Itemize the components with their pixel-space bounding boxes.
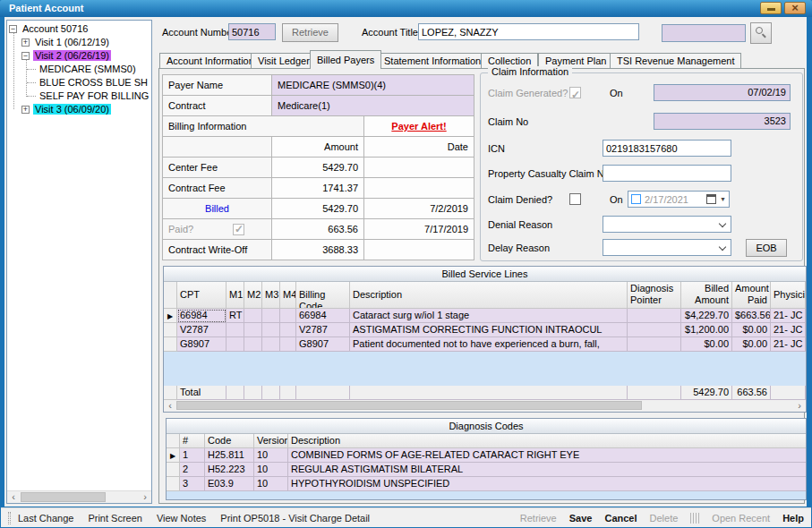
cell-billed-amount[interactable]: $4,229.70 (681, 309, 732, 323)
cell-billed-amount[interactable]: $0.00 (681, 337, 732, 352)
cell-num[interactable]: 3 (180, 477, 205, 491)
tab-statement-information[interactable]: Statement Information (377, 53, 488, 69)
cell-physician[interactable]: 21- JC (771, 309, 806, 323)
cell-billed-amount[interactable]: $1,200.00 (681, 323, 732, 337)
row-selector[interactable] (164, 337, 177, 352)
cell-m1[interactable] (227, 337, 244, 352)
cell-billing-code[interactable]: G8907 (296, 337, 350, 352)
cell-m2[interactable] (244, 309, 262, 323)
scroll-right-icon[interactable]: › (139, 491, 151, 503)
col-header-version[interactable]: Version (254, 434, 288, 448)
cell-code[interactable]: H25.811 (205, 448, 254, 463)
open-recent-command[interactable]: Open Recent (712, 513, 770, 524)
cell-m3[interactable] (262, 309, 280, 323)
cell-num[interactable]: 1 (180, 448, 205, 463)
save-command[interactable]: Save (569, 513, 593, 524)
denied-date-picker[interactable]: 2/17/2021 ▼ (628, 191, 730, 208)
col-header-m3[interactable]: M3 (262, 282, 280, 309)
cancel-command[interactable]: Cancel (604, 513, 637, 524)
col-header-m1[interactable]: M1 (227, 282, 244, 309)
tree-node-medicare[interactable]: MEDICARE (SMMS0) (38, 63, 138, 76)
cell-amount-paid[interactable]: $0.00 (732, 337, 771, 352)
cell-description[interactable]: Cataract surg w/iol 1 stage (350, 309, 628, 323)
col-header-billing-code[interactable]: Billing Code (296, 282, 350, 309)
close-button[interactable]: × (784, 2, 806, 14)
last-change-button[interactable]: Last Change (18, 513, 73, 524)
col-header-m2[interactable]: M2 (244, 282, 262, 309)
cell-version[interactable]: 10 (254, 477, 288, 491)
scrollbar-thumb[interactable] (21, 492, 106, 502)
col-header-physician[interactable]: Physician (771, 282, 806, 309)
cell-m1[interactable]: RT (227, 309, 244, 323)
col-header-description[interactable]: Description (288, 434, 807, 448)
cell-cpt[interactable]: G8907 (177, 337, 227, 352)
row-selector[interactable] (167, 477, 180, 491)
service-line-row[interactable]: V2787 V2787 ASTIGMATISM CORRECTING FUNCT… (164, 323, 806, 337)
cell-version[interactable]: 10 (254, 463, 288, 477)
print-op5018-button[interactable]: Print OP5018 - Visit Charge Detail (220, 513, 370, 524)
cell-m1[interactable] (227, 323, 244, 337)
eob-button[interactable]: EOB (746, 239, 787, 257)
tree-node-selfpay[interactable]: SELF PAY FOR BILLING (38, 89, 150, 103)
scroll-left-icon[interactable]: ‹ (164, 400, 176, 411)
tree-node-visit3[interactable]: Visit 3 (06/09/20) (21, 103, 111, 116)
retrieve-command[interactable]: Retrieve (520, 513, 557, 524)
cell-diagnosis-pointer[interactable] (628, 309, 681, 323)
cell-cpt[interactable]: 66984 (177, 309, 227, 323)
help-command[interactable]: Help (782, 513, 804, 524)
view-notes-button[interactable]: View Notes (157, 513, 206, 524)
claim-denied-checkbox[interactable] (569, 193, 581, 205)
col-header-diagnosis-pointer[interactable]: Diagnosis Pointer (628, 282, 681, 309)
tree-node-bluecross[interactable]: BLUE CROSS BLUE SH (38, 76, 150, 89)
tree-node-visit1[interactable]: Visit 1 (06/12/19) (21, 36, 111, 49)
scroll-left-icon[interactable]: ‹ (7, 491, 20, 503)
cell-version[interactable]: 10 (254, 448, 288, 463)
date-enable-checkbox[interactable] (631, 194, 641, 204)
cell-amount-paid[interactable]: $663.56 (732, 309, 771, 323)
service-line-row[interactable]: G8907 G8907 Patient documented not to ha… (164, 337, 806, 352)
expand-icon[interactable] (21, 106, 30, 114)
payer-alert-link[interactable]: Payer Alert! (391, 121, 446, 132)
cell-m4[interactable] (280, 337, 296, 352)
retrieve-button[interactable]: Retrieve (282, 23, 338, 42)
collapse-icon[interactable] (9, 25, 17, 33)
cell-billing-code[interactable]: V2787 (296, 323, 350, 337)
col-header-m4[interactable]: M4 (280, 282, 296, 309)
col-header-billed-amount[interactable]: Billed Amount (681, 282, 732, 309)
paid-checkbox[interactable] (233, 224, 244, 235)
cell-billing-code[interactable]: 66984 (296, 309, 350, 323)
cell-amount-paid[interactable]: $0.00 (732, 323, 771, 337)
cell-m2[interactable] (244, 337, 262, 352)
scroll-right-icon[interactable]: › (793, 400, 806, 411)
cell-m4[interactable] (280, 323, 296, 337)
delay-reason-select[interactable] (603, 239, 731, 256)
billed-link[interactable]: Billed (205, 203, 229, 214)
tree-node-visit2[interactable]: Visit 2 (06/26/19) (21, 49, 111, 63)
tree-horizontal-scrollbar[interactable]: ‹ › (7, 490, 151, 503)
cell-m4[interactable] (280, 309, 296, 323)
col-header-code[interactable]: Code (205, 434, 254, 448)
cell-description[interactable]: ASTIGMATISM CORRECTING FUNCTION INTRAOCU… (350, 323, 628, 337)
tree-node-account[interactable]: Account 50716 (9, 22, 90, 36)
lookup-input[interactable] (662, 24, 746, 42)
col-header-description[interactable]: Description (350, 282, 628, 309)
cell-code[interactable]: E03.9 (205, 477, 254, 491)
diagnosis-row[interactable]: 3 E03.9 10 HYPOTHYROIDISM UNSPECIFIED (167, 477, 806, 491)
col-header-cpt[interactable]: CPT (177, 282, 227, 309)
scrollbar-thumb[interactable] (176, 401, 642, 410)
chevron-down-icon[interactable]: ▼ (720, 191, 726, 209)
tab-visit-ledger[interactable]: Visit Ledger (251, 53, 317, 69)
col-header-num[interactable]: # (180, 434, 205, 448)
cell-m3[interactable] (262, 337, 280, 352)
cell-cpt[interactable]: V2787 (177, 323, 227, 337)
col-header-amount-paid[interactable]: Amount Paid (732, 282, 771, 309)
cell-description[interactable]: REGULAR ASTIGMATISM BILATERAL (288, 463, 807, 477)
diagnosis-row[interactable]: 1 H25.811 10 COMBINED FORMS OF AGE-RELAT… (167, 448, 806, 463)
service-lines-horizontal-scrollbar[interactable]: ‹ › (164, 400, 806, 412)
claim-generated-checkbox[interactable] (569, 87, 581, 98)
cell-num[interactable]: 2 (180, 463, 205, 477)
print-screen-button[interactable]: Print Screen (88, 513, 142, 524)
cell-physician[interactable]: 21- JC (771, 337, 806, 352)
cell-physician[interactable]: 21- JC (771, 323, 806, 337)
service-line-row[interactable]: 66984 RT 66984 Cataract surg w/iol 1 sta… (164, 309, 806, 323)
